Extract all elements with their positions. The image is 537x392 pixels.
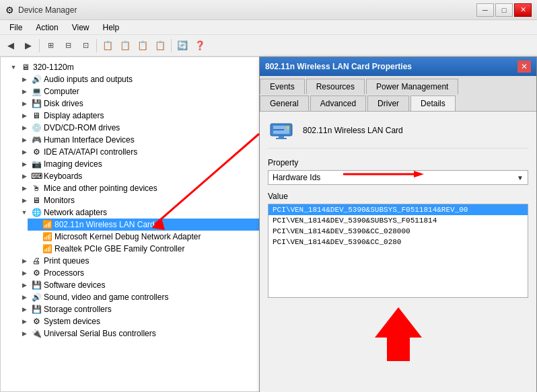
tree-item-sound[interactable]: ▶ 🔊 Sound, video and game controllers (17, 291, 262, 303)
svg-rect-3 (276, 138, 287, 139)
property-value: Hardware Ids (273, 173, 517, 182)
computer-label: Computer (44, 87, 79, 96)
tree-item-ide[interactable]: ▶ ⚙ IDE ATA/ATAPI controllers (17, 146, 262, 158)
toolbar-help[interactable]: ❓ (192, 38, 208, 54)
ide-label: IDE ATA/ATAPI controllers (44, 147, 137, 157)
tree-root-label: 320-1120m (33, 63, 74, 72)
tree-item-processors[interactable]: ▶ ⚙ Processors (17, 267, 262, 279)
tree-item-hid[interactable]: ▶ 🎮 Human Interface Devices (17, 134, 262, 146)
expand-computer: ▶ (20, 87, 29, 96)
tab-details[interactable]: Details (410, 95, 456, 111)
system-icon: ⚙ (31, 316, 42, 327)
value-label: Value (268, 192, 528, 201)
expand-software: ▶ (20, 280, 29, 290)
tree-item-software[interactable]: ▶ 💾 Software devices (17, 279, 262, 291)
tree-item-imaging[interactable]: ▶ 📷 Imaging devices (17, 158, 262, 170)
tab-advanced[interactable]: Advanced (310, 95, 366, 111)
value-item-0[interactable]: PCI\VEN_1814&DEV_5390&SUBSYS_F0511814&RE… (268, 204, 528, 215)
mice-label: Mice and other pointing devices (44, 184, 157, 193)
toolbar-forward[interactable]: ▶ (20, 38, 36, 54)
computer-icon: 🖥 (20, 62, 31, 73)
toolbar-back[interactable]: ◀ (3, 38, 19, 54)
expand-print: ▶ (20, 256, 29, 266)
expand-mice: ▶ (20, 184, 29, 193)
imaging-label: Imaging devices (44, 159, 102, 169)
tab-general[interactable]: General (260, 95, 309, 111)
tree-item-dvd[interactable]: ▶ 💿 DVD/CD-ROM drives (17, 122, 262, 134)
tree-item-usb[interactable]: ▶ 🔌 Universal Serial Bus controllers (17, 327, 262, 340)
usb-icon: 🔌 (31, 328, 42, 339)
maximize-button[interactable]: □ (495, 3, 513, 17)
device-icon-large (268, 120, 295, 141)
toolbar: ◀ ▶ ⊞ ⊟ ⊡ 📋 📋 📋 📋 🔄 ❓ (0, 35, 537, 56)
tree-item-system[interactable]: ▶ ⚙ System devices (17, 315, 262, 327)
expand-keyboards: ▶ (20, 171, 29, 181)
sound-icon: 🔊 (31, 292, 42, 303)
ide-icon: ⚙ (31, 147, 42, 157)
toolbar-btn4[interactable]: 📋 (117, 38, 133, 54)
value-item-3[interactable]: PCI\VEN_1814&DEV_5390&CC_0280 (268, 237, 528, 247)
menu-help[interactable]: Help (96, 22, 127, 34)
up-arrow-annotation (268, 307, 528, 361)
kernel-label: Microsoft Kernel Debug Network Adapter (55, 232, 201, 241)
realtek-label: Realtek PCIe GBE Family Controller (55, 244, 184, 253)
tree-item-print[interactable]: ▶ 🖨 Print queues (17, 255, 262, 267)
tree-root-item[interactable]: ▼ 🖥 320-1120m (6, 61, 262, 73)
tree-item-kernel[interactable]: 📶 Microsoft Kernel Debug Network Adapter (28, 231, 262, 243)
network-icon: 🌐 (31, 207, 42, 218)
expand-storage: ▶ (20, 305, 29, 314)
tree-item-wifi[interactable]: 📶 802.11n Wireless LAN Card (28, 219, 262, 231)
wifi-expand (30, 220, 40, 229)
tab-events[interactable]: Events (260, 79, 305, 94)
svg-point-4 (287, 126, 289, 129)
storage-label: Storage controllers (44, 305, 112, 314)
tab-resources[interactable]: Resources (306, 79, 365, 94)
value-list[interactable]: PCI\VEN_1814&DEV_5390&SUBSYS_F0511814&RE… (268, 204, 528, 298)
menu-file[interactable]: File (3, 22, 29, 34)
tree-item-realtek[interactable]: 📶 Realtek PCIe GBE Family Controller (28, 243, 262, 255)
toolbar-properties[interactable]: ⊞ (42, 38, 59, 54)
toolbar-update[interactable]: ⊟ (60, 38, 76, 54)
network-label: Network adapters (44, 208, 107, 217)
tree-item-audio[interactable]: ▶ 🔊 Audio inputs and outputs (17, 73, 262, 85)
close-button[interactable]: ✕ (514, 3, 532, 17)
minimize-button[interactable]: ─ (476, 3, 494, 17)
tab-driver[interactable]: Driver (367, 95, 409, 111)
toolbar-scan[interactable]: ⊡ (77, 38, 94, 54)
dialog-content: 802.11n Wireless LAN Card Property Hardw… (260, 112, 536, 392)
device-name: 802.11n Wireless LAN Card (303, 126, 403, 135)
toolbar-sep3 (171, 39, 172, 52)
toolbar-refresh[interactable]: 🔄 (174, 38, 190, 54)
device-tree[interactable]: ▼ 🖥 320-1120m ▶ 🔊 Audio inputs and outpu… (0, 56, 262, 392)
expand-system: ▶ (20, 317, 29, 326)
dvd-label: DVD/CD-ROM drives (44, 123, 120, 132)
value-item-2[interactable]: PCI\VEN_1814&DEV_5390&CC_028000 (268, 226, 528, 237)
menu-action[interactable]: Action (29, 22, 65, 34)
expand-usb: ▶ (20, 329, 29, 338)
toolbar-btn3[interactable]: 📋 (100, 38, 116, 54)
tree-item-network[interactable]: ▼ 🌐 Network adapters (17, 206, 262, 219)
tree-item-keyboards[interactable]: ▶ ⌨ Keyboards (17, 170, 262, 182)
toolbar-btn6[interactable]: 📋 (152, 38, 168, 54)
tree-item-computer[interactable]: ▶ 💻 Computer (17, 85, 262, 97)
tree-item-mice[interactable]: ▶ 🖱 Mice and other pointing devices (17, 182, 262, 194)
software-icon: 💾 (31, 280, 42, 290)
property-dropdown-arrow: ▼ (517, 174, 524, 182)
tree-item-disk[interactable]: ▶ 💾 Disk drives (17, 97, 262, 110)
value-item-1[interactable]: PCI\VEN_1814&DEV_5390&SUBSYS_F0511814 (268, 215, 528, 226)
tab-power[interactable]: Power Management (366, 79, 458, 94)
sound-label: Sound, video and game controllers (44, 292, 168, 302)
tree-item-storage[interactable]: ▶ 💾 Storage controllers (17, 303, 262, 315)
dialog-close-button[interactable]: ✕ (517, 61, 531, 73)
realtek-expand (30, 244, 40, 253)
main-area: ▼ 🖥 320-1120m ▶ 🔊 Audio inputs and outpu… (0, 56, 537, 392)
dialog-title-bar: 802.11n Wireless LAN Card Properties ✕ (260, 57, 536, 76)
tree-item-display[interactable]: ▶ 🖥 Display adapters (17, 110, 262, 122)
tree-item-monitors[interactable]: ▶ 🖥 Monitors (17, 194, 262, 206)
menu-view[interactable]: View (65, 22, 96, 34)
expand-disk: ▶ (20, 99, 29, 108)
toolbar-btn5[interactable]: 📋 (135, 38, 151, 54)
display-label: Display adapters (44, 111, 104, 120)
disk-label: Disk drives (44, 99, 83, 108)
audio-label: Audio inputs and outputs (44, 75, 133, 84)
